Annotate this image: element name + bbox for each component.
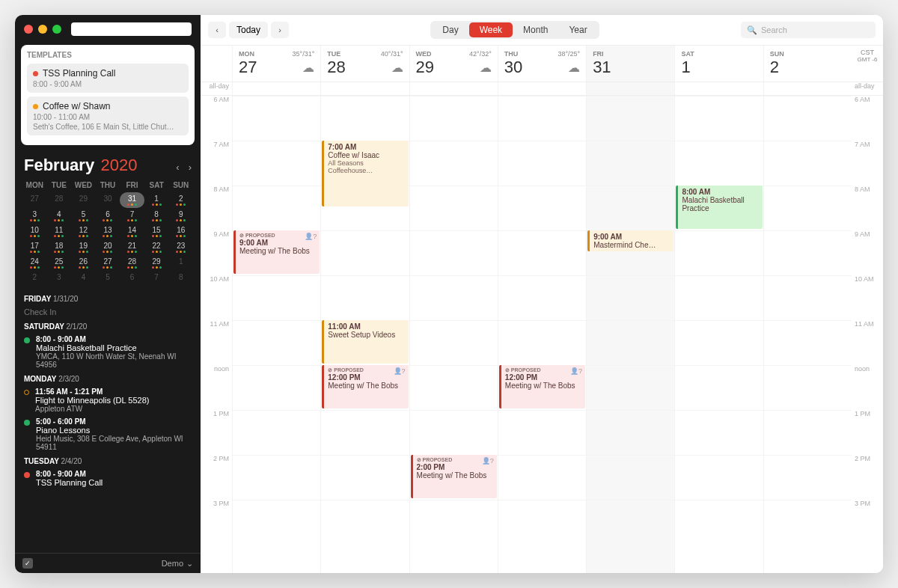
mini-day[interactable]: 21: [120, 239, 144, 255]
mini-day[interactable]: 7: [120, 208, 144, 224]
mini-day[interactable]: 11: [47, 224, 72, 239]
mini-day[interactable]: 27: [96, 255, 120, 271]
mini-day[interactable]: 1: [168, 255, 193, 271]
mini-day[interactable]: 22: [144, 239, 169, 255]
mini-day[interactable]: 8: [168, 271, 193, 284]
template-item[interactable]: TSS Planning Call 8:00 - 9:00 AM: [27, 64, 189, 93]
calendar-event[interactable]: ⊘ PROPOSED 👤? 9:00 AM Meeting w/ The Bob…: [233, 230, 320, 274]
day-header[interactable]: SAT 1: [674, 46, 763, 82]
calendar-event[interactable]: ⊘ PROPOSED 👤? 12:00 PM Meeting w/ The Bo…: [499, 365, 585, 408]
mini-day[interactable]: 15: [144, 224, 169, 239]
agenda-item[interactable]: 11:56 AM - 1:21 PMFlight to Minneapolis …: [24, 388, 192, 413]
mini-day[interactable]: 4: [71, 271, 96, 284]
mini-day[interactable]: 29: [71, 192, 96, 208]
mini-day[interactable]: 28: [47, 192, 72, 208]
mini-day[interactable]: 28: [120, 255, 144, 271]
mini-day[interactable]: 10: [22, 224, 47, 239]
calendar-main: ‹ Today › DayWeekMonthYear 🔍 Search MON3…: [201, 15, 883, 573]
day-column[interactable]: [763, 96, 852, 573]
calendar-event[interactable]: 7:00 AM Coffee w/ Isaac All Seasons Coff…: [322, 141, 408, 206]
mini-day[interactable]: 17: [22, 239, 47, 255]
day-header[interactable]: FRI 31: [586, 46, 674, 82]
search-field[interactable]: 🔍 Search: [741, 22, 876, 38]
mini-day[interactable]: 24: [22, 255, 47, 271]
sidebar-search[interactable]: [71, 22, 192, 36]
calendar-event[interactable]: 9:00 AM Mastermind Che…: [587, 230, 674, 251]
day-column[interactable]: 8:00 AM Malachi Basketball Practice: [674, 96, 763, 573]
mini-day[interactable]: 7: [144, 271, 169, 284]
mini-day[interactable]: 14: [120, 224, 144, 239]
mini-day[interactable]: 26: [71, 255, 96, 271]
mini-day[interactable]: 25: [47, 255, 72, 271]
maximize-button[interactable]: [52, 25, 61, 34]
attendees-icon: 👤?: [570, 367, 582, 375]
mini-day[interactable]: 5: [96, 271, 120, 284]
mini-day[interactable]: 16: [168, 224, 193, 239]
day-header[interactable]: TUE40°/31° 28 ☁: [320, 46, 409, 82]
day-column[interactable]: 7:00 AM Coffee w/ Isaac All Seasons Coff…: [320, 96, 409, 573]
template-item[interactable]: Coffee w/ Shawn 10:00 - 11:00 AM Seth's …: [27, 97, 189, 135]
day-column[interactable]: ⊘ PROPOSED 👤? 12:00 PM Meeting w/ The Bo…: [498, 96, 586, 573]
day-column[interactable]: ⊘ PROPOSED 👤? 2:00 PM Meeting w/ The Bob…: [409, 96, 498, 573]
mini-day[interactable]: 9: [168, 208, 193, 224]
prev-week-button[interactable]: ‹: [208, 22, 226, 38]
mini-day[interactable]: 2: [22, 271, 47, 284]
mini-day[interactable]: 2: [168, 192, 193, 208]
day-header[interactable]: THU38°/25° 30 ☁: [498, 46, 586, 82]
close-button[interactable]: [24, 25, 33, 34]
mini-day[interactable]: 20: [96, 239, 120, 255]
mini-day[interactable]: 27: [22, 192, 47, 208]
mini-day[interactable]: 6: [120, 271, 144, 284]
attendees-icon: 👤?: [482, 457, 494, 465]
calendar-event[interactable]: 11:00 AM Sweet Setup Videos: [322, 320, 408, 364]
day-header[interactable]: MON35°/31° 27 ☁: [232, 46, 320, 82]
all-day-cell[interactable]: [409, 82, 498, 95]
mini-day[interactable]: 3: [22, 208, 47, 224]
day-header[interactable]: WED42°/32° 29 ☁: [409, 46, 498, 82]
mini-day[interactable]: 31: [120, 192, 144, 208]
calendar-event[interactable]: 8:00 AM Malachi Basketball Practice: [676, 186, 762, 229]
view-day[interactable]: Day: [432, 22, 468, 37]
all-day-cell[interactable]: [674, 82, 763, 95]
view-segmented-control: DayWeekMonthYear: [430, 21, 599, 39]
mini-day[interactable]: 12: [71, 224, 96, 239]
calendar-set-label[interactable]: Demo: [162, 559, 183, 568]
next-week-button[interactable]: ›: [271, 22, 289, 38]
mini-day[interactable]: 29: [144, 255, 169, 271]
footer-checkbox[interactable]: ✓: [22, 558, 33, 569]
agenda-item[interactable]: 5:00 - 6:00 PMPiano LessonsHeid Music, 3…: [24, 417, 192, 451]
minimize-button[interactable]: [38, 25, 47, 34]
mini-day[interactable]: 5: [71, 208, 96, 224]
today-button[interactable]: Today: [229, 22, 268, 38]
mini-next-button[interactable]: ›: [189, 162, 192, 173]
all-day-cell[interactable]: [320, 82, 409, 95]
mini-day[interactable]: 30: [96, 192, 120, 208]
view-year[interactable]: Year: [558, 22, 597, 37]
mini-day[interactable]: 8: [144, 208, 169, 224]
mini-day[interactable]: 19: [71, 239, 96, 255]
day-column[interactable]: 9:00 AM Mastermind Che…: [586, 96, 674, 573]
calendar-event[interactable]: ⊘ PROPOSED 👤? 2:00 PM Meeting w/ The Bob…: [411, 455, 497, 498]
view-month[interactable]: Month: [513, 22, 558, 37]
mini-day[interactable]: 3: [47, 271, 72, 284]
all-day-cell[interactable]: [586, 82, 674, 95]
mini-prev-button[interactable]: ‹: [176, 162, 179, 173]
time-gutter-right: 6 AM7 AM8 AM9 AM10 AM11 AMnoon1 PM2 PM3 …: [852, 96, 883, 573]
mini-day[interactable]: 6: [96, 208, 120, 224]
day-header[interactable]: SUN 2: [763, 46, 852, 82]
agenda-item[interactable]: 8:00 - 9:00 AMTSS Planning Call: [24, 470, 192, 487]
mini-day[interactable]: 23: [168, 239, 193, 255]
agenda-item[interactable]: 8:00 - 9:00 AMMalachi Basketball Practic…: [24, 335, 192, 369]
attendees-icon: 👤?: [394, 367, 406, 375]
view-week[interactable]: Week: [469, 22, 513, 37]
timezone-label[interactable]: CST GMT -6: [852, 46, 883, 82]
all-day-cell[interactable]: [498, 82, 586, 95]
all-day-cell[interactable]: [232, 82, 320, 95]
mini-day[interactable]: 1: [144, 192, 169, 208]
calendar-event[interactable]: ⊘ PROPOSED 👤? 12:00 PM Meeting w/ The Bo…: [322, 365, 408, 408]
mini-day[interactable]: 4: [47, 208, 72, 224]
mini-day[interactable]: 13: [96, 224, 120, 239]
day-column[interactable]: ⊘ PROPOSED 👤? 9:00 AM Meeting w/ The Bob…: [232, 96, 320, 573]
mini-day[interactable]: 18: [47, 239, 72, 255]
all-day-cell[interactable]: [763, 82, 852, 95]
